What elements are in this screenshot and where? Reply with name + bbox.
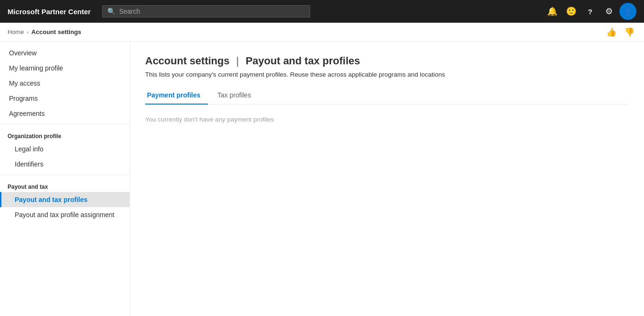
notifications-button[interactable]: 🔔 [544, 3, 561, 20]
sidebar-item-my-access[interactable]: My access [0, 76, 130, 91]
page-title: Account settings | Payout and tax profil… [145, 55, 629, 67]
avatar-button[interactable]: 👤 [619, 3, 636, 20]
sidebar-item-programs[interactable]: Programs [0, 91, 130, 106]
sidebar-item-payout-tax-profiles[interactable]: Payout and tax profiles [0, 192, 130, 207]
app-brand: Microsoft Partner Center [8, 8, 91, 16]
thumbs-up-button[interactable]: 👍 [604, 26, 618, 38]
page-title-prefix: Account settings [145, 55, 229, 67]
tab-tax-profiles[interactable]: Tax profiles [216, 88, 259, 105]
page-subtitle: This lists your company's current paymen… [145, 71, 629, 78]
sidebar: Overview My learning profile My access P… [0, 42, 130, 316]
top-nav: Microsoft Partner Center 🔍 🔔 🙂 ? ⚙ 👤 [0, 0, 644, 23]
breadcrumb-bar: Home › Account settings 👍 👎 [0, 23, 644, 42]
settings-button[interactable]: ⚙ [600, 3, 618, 20]
avatar-icon: 👤 [623, 7, 633, 16]
sidebar-item-agreements[interactable]: Agreements [0, 106, 130, 121]
sidebar-item-payout-tax-assignment[interactable]: Payout and tax profile assignment [0, 207, 130, 222]
empty-message: You currently don't have any payment pro… [145, 116, 629, 123]
tabs-container: Payment profiles Tax profiles [145, 88, 629, 105]
main-layout: Overview My learning profile My access P… [0, 42, 644, 316]
search-box[interactable]: 🔍 [102, 5, 310, 18]
search-icon: 🔍 [107, 8, 115, 15]
search-container: 🔍 [102, 5, 310, 18]
breadcrumb: Home › Account settings [8, 28, 81, 35]
smiley-icon: 🙂 [566, 6, 576, 17]
sidebar-divider-2 [0, 175, 130, 175]
bell-icon: 🔔 [547, 6, 557, 17]
search-input[interactable] [119, 8, 305, 15]
thumbs-down-icon: 👎 [624, 27, 635, 37]
breadcrumb-chevron: › [27, 29, 29, 35]
breadcrumb-current: Account settings [31, 28, 81, 35]
sidebar-item-overview[interactable]: Overview [0, 45, 130, 61]
thumbs-down-button[interactable]: 👎 [622, 26, 636, 38]
help-button[interactable]: ? [582, 3, 599, 20]
sidebar-payout-section-header: Payout and tax [0, 178, 130, 192]
sidebar-org-section-header: Organization profile [0, 127, 130, 141]
thumbs-up-icon: 👍 [606, 27, 617, 37]
help-icon: ? [588, 8, 592, 16]
breadcrumb-home[interactable]: Home [8, 28, 24, 35]
feedback-button[interactable]: 🙂 [563, 3, 580, 20]
main-content: Account settings | Payout and tax profil… [130, 42, 644, 316]
nav-icon-group: 🔔 🙂 ? ⚙ 👤 [544, 3, 636, 20]
gear-icon: ⚙ [605, 6, 613, 17]
breadcrumb-actions: 👍 👎 [604, 26, 636, 38]
page-title-separator: | [236, 55, 242, 67]
sidebar-item-my-learning-profile[interactable]: My learning profile [0, 61, 130, 76]
sidebar-divider-1 [0, 124, 130, 124]
sidebar-item-legal-info[interactable]: Legal info [0, 141, 130, 157]
sidebar-item-identifiers[interactable]: Identifiers [0, 157, 130, 172]
tab-payment-profiles[interactable]: Payment profiles [145, 88, 208, 105]
page-title-suffix: Payout and tax profiles [245, 55, 360, 67]
